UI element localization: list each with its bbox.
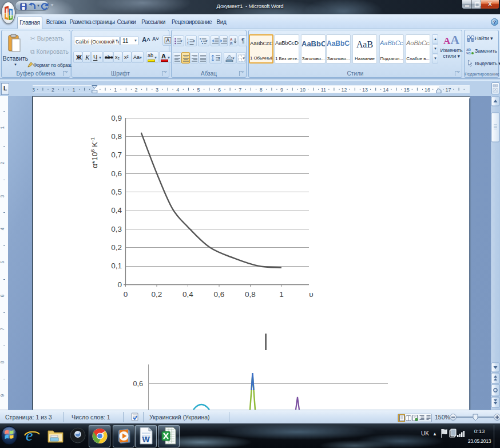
svg-text:0,8: 0,8 — [111, 132, 122, 141]
svg-text:15: 15 — [404, 87, 410, 93]
svg-text:1: 1 — [72, 87, 75, 93]
svg-text:3: 3 — [156, 87, 158, 93]
svg-text:4: 4 — [176, 87, 179, 93]
svg-text:0,4: 0,4 — [182, 290, 193, 299]
svg-text:0,1: 0,1 — [111, 261, 122, 270]
svg-text:0,5: 0,5 — [111, 188, 122, 196]
svg-text:1: 1 — [0, 126, 5, 129]
svg-text:0,4: 0,4 — [111, 206, 122, 215]
svg-text:2: 2 — [134, 87, 137, 93]
svg-text:e: e — [26, 426, 33, 444]
svg-text:0,6: 0,6 — [111, 169, 122, 178]
svg-text:11: 11 — [321, 87, 326, 93]
svg-text:α*106 K-1: α*106 K-1 — [90, 137, 99, 168]
svg-text:14: 14 — [383, 87, 388, 93]
svg-text:0,6: 0,6 — [214, 290, 225, 299]
svg-text:0: 0 — [117, 280, 122, 289]
svg-text:W: W — [142, 435, 150, 444]
svg-text:5: 5 — [197, 87, 200, 93]
svg-text:5: 5 — [0, 260, 5, 263]
svg-text:2: 2 — [51, 87, 54, 93]
svg-text:1: 1 — [279, 290, 284, 299]
svg-text:17: 17 — [445, 87, 451, 93]
svg-text:0: 0 — [124, 290, 128, 299]
svg-text:12: 12 — [342, 87, 347, 93]
svg-text:16: 16 — [424, 87, 430, 93]
svg-text:0,2: 0,2 — [152, 290, 162, 299]
svg-text:6: 6 — [218, 87, 221, 93]
svg-text:9: 9 — [0, 394, 5, 397]
svg-text:9: 9 — [280, 87, 283, 93]
svg-text:0,9: 0,9 — [111, 114, 122, 122]
svg-text:υ: υ — [309, 290, 313, 299]
svg-text:8: 8 — [260, 87, 263, 93]
svg-text:3: 3 — [33, 87, 35, 93]
svg-text:10: 10 — [300, 87, 305, 93]
svg-text:1: 1 — [114, 87, 117, 93]
svg-text:0,6: 0,6 — [133, 380, 143, 388]
svg-text:13: 13 — [362, 87, 368, 93]
svg-text:4: 4 — [0, 227, 5, 230]
svg-text:8: 8 — [0, 360, 5, 363]
svg-text:Я: Я — [230, 42, 232, 45]
svg-text:7: 7 — [0, 327, 5, 330]
svg-text:3: 3 — [187, 43, 189, 45]
svg-text:3: 3 — [0, 195, 5, 197]
svg-text:6: 6 — [0, 294, 5, 297]
svg-text:чa: чa — [466, 51, 471, 55]
svg-text:0,7: 0,7 — [111, 150, 122, 159]
svg-text:0,8: 0,8 — [245, 290, 256, 299]
svg-text:0,2: 0,2 — [111, 243, 122, 252]
svg-text:7: 7 — [239, 87, 241, 93]
svg-text:А: А — [230, 38, 233, 41]
svg-text:2: 2 — [0, 161, 5, 164]
svg-text:0,3: 0,3 — [111, 225, 122, 233]
